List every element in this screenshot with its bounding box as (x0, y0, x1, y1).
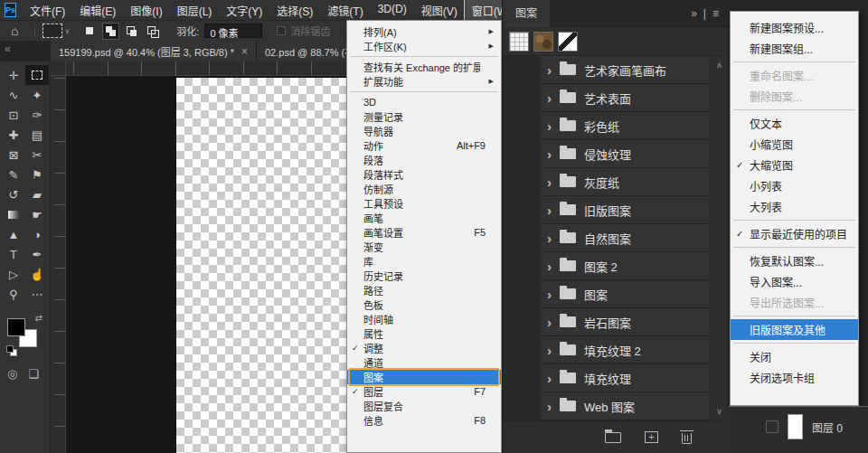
magic-wand-tool[interactable]: ✦ (25, 85, 49, 105)
window-menu-item[interactable]: ✓ 画笔设置 F5 ▶ (347, 225, 501, 240)
scroll-down-icon[interactable]: ∨ (716, 407, 722, 416)
pattern-group-row[interactable]: › 填充纹理 2 (541, 336, 710, 364)
window-menu-item[interactable]: ✓ 工具预设 ▶ (347, 196, 501, 211)
collapse-panel-icon[interactable]: » (691, 7, 697, 20)
grid-pattern-swatch[interactable] (509, 32, 529, 52)
swap-colors-icon[interactable]: ⇄ (35, 313, 42, 323)
menubar-item[interactable]: 滤镜(T) (320, 0, 370, 21)
brush-tool[interactable]: ✎ (2, 165, 25, 184)
subtract-selection-mode[interactable] (124, 24, 139, 39)
eraser-tool[interactable]: ▰ (25, 184, 49, 204)
chevron-right-icon[interactable]: › (547, 260, 552, 273)
window-menu-item[interactable]: ✓ 通道 ▶ (347, 355, 501, 370)
layer-row[interactable]: 图层 0 (728, 407, 868, 439)
content-aware-move-tool[interactable]: ✂ (25, 145, 49, 165)
collapse-panels-icon[interactable]: « (0, 41, 51, 61)
menubar-item[interactable]: 编辑(E) (72, 0, 123, 21)
menubar-item[interactable]: 选择(S) (269, 0, 320, 21)
window-menu-item[interactable]: ✓ 时间轴 ▶ (347, 312, 501, 326)
texture-pattern-swatch[interactable] (533, 32, 553, 52)
chevron-right-icon[interactable]: › (547, 203, 552, 217)
chevron-right-icon[interactable]: › (547, 372, 552, 385)
pattern-group-row[interactable]: › 图案 (541, 280, 710, 308)
chevron-right-icon[interactable]: › (547, 288, 552, 301)
chevron-right-icon[interactable]: › (547, 63, 552, 77)
window-menu-item[interactable]: ✓ 仿制源 ▶ (347, 182, 501, 196)
new-pattern-icon[interactable]: + (645, 431, 658, 443)
window-menu-item[interactable]: ✓ 排列(A) ▶ (347, 24, 501, 39)
tab-close-icon[interactable]: × (241, 45, 248, 58)
marquee-tool-preset-icon[interactable] (42, 24, 62, 38)
window-menu-item[interactable]: ✓ 图案 ▶ (347, 370, 501, 384)
scroll-up-icon[interactable]: ∧ (716, 61, 722, 70)
frame-tool[interactable]: ⊠ (2, 145, 25, 165)
sharpen-tool[interactable]: ▲ (2, 224, 25, 244)
diagonal-pattern-swatch[interactable] (558, 32, 578, 52)
window-menu-item[interactable]: ✓ 图层 F7 ▶ (347, 384, 501, 399)
window-menu-item[interactable]: ✓ 信息 F8 ▶ (347, 413, 501, 428)
flyout-menu-item[interactable]: ✓ 小缩览图 (731, 134, 858, 155)
flyout-menu-item[interactable]: ✓ 新建图案组... (731, 38, 858, 59)
window-menu-item[interactable]: ✓ 段落样式 ▶ (347, 167, 501, 182)
lasso-tool[interactable]: ∿ (2, 85, 25, 105)
add-selection-mode[interactable] (103, 24, 118, 39)
chevron-right-icon[interactable]: › (547, 91, 552, 105)
delete-pattern-icon[interactable] (682, 433, 692, 444)
dodge-tool[interactable]: ◑ (25, 224, 49, 244)
pattern-group-row[interactable]: › 艺术表面 (541, 84, 710, 112)
window-menu-item[interactable]: ✓ 扩展功能 ▶ (347, 74, 501, 89)
transparent-canvas[interactable] (176, 78, 348, 453)
chevron-down-icon[interactable]: ∨ (64, 27, 70, 35)
window-menu-item[interactable]: ✓ 导航器 ▶ (347, 124, 501, 138)
eyedropper-tool[interactable]: ✑ (25, 105, 49, 125)
window-menu-item[interactable]: ✓ 查找有关 Exchange 的扩展功能... ▶ (347, 60, 501, 74)
antialias-checkbox[interactable] (277, 26, 286, 35)
flyout-menu-item[interactable]: ✓ 导出所选图案... (731, 292, 858, 313)
window-menu-item[interactable]: ✓ 库 ▶ (347, 254, 501, 269)
new-group-icon[interactable] (605, 432, 621, 443)
flyout-menu-item[interactable]: ✓ 重命名图案... (731, 65, 858, 86)
path-select-tool[interactable]: ▷ (2, 264, 25, 284)
flyout-menu-item[interactable]: ✓ 大缩览图 (731, 155, 858, 175)
pen-tool[interactable]: ✒ (25, 244, 49, 264)
quick-mask-icon[interactable]: ◎ (7, 367, 17, 381)
panel-menu-icon[interactable]: ≡ (712, 7, 719, 20)
chevron-right-icon[interactable]: › (547, 316, 552, 329)
menubar-item[interactable]: 文件(F) (23, 0, 72, 21)
patterns-panel-tab[interactable]: 图案 (503, 0, 550, 27)
chevron-right-icon[interactable]: › (547, 175, 552, 189)
chevron-right-icon[interactable]: › (547, 119, 552, 133)
menubar-item[interactable]: 图层(L) (170, 0, 220, 21)
pattern-group-row[interactable]: › 旧版图案 (541, 196, 710, 224)
pattern-group-row[interactable]: › 灰度纸 (541, 168, 710, 196)
healing-brush-tool[interactable]: ✚ (2, 125, 25, 145)
gradient-tool[interactable] (2, 204, 25, 224)
flyout-menu-item[interactable]: ✓ 新建图案预设... (731, 17, 858, 38)
pattern-group-row[interactable]: › Web 图案 (541, 392, 710, 420)
pattern-group-row[interactable]: › 侵蚀纹理 (541, 140, 710, 168)
flyout-menu-item[interactable]: ✓ 导入图案... (731, 271, 858, 292)
flyout-menu-item[interactable]: ✓ 恢复默认图案... (731, 250, 858, 271)
pattern-list-scrollbar[interactable]: ∧ ∨ (710, 56, 728, 420)
new-selection-mode[interactable] (82, 24, 98, 39)
chevron-right-icon[interactable]: › (547, 231, 552, 245)
window-menu-item[interactable]: ✓ 色板 ▶ (347, 297, 501, 312)
pattern-group-row[interactable]: › 图案 2 (541, 252, 710, 280)
pattern-group-row[interactable]: › 自然图案 (541, 224, 710, 252)
layer-visibility-box[interactable] (766, 420, 778, 433)
move-tool[interactable]: ✛ (2, 65, 25, 85)
window-menu-item[interactable]: ✓ 工作区(K) ▶ (347, 39, 501, 53)
crop-tool[interactable]: ⊡ (2, 105, 25, 125)
screen-mode-icon[interactable]: ❏ (28, 367, 39, 381)
window-menu-item[interactable]: ✓ 测量记录 ▶ (347, 109, 501, 124)
window-menu-item[interactable]: ✓ 3D ▶ (347, 95, 501, 109)
pattern-group-row[interactable]: › 彩色纸 (541, 112, 710, 140)
menubar-item[interactable]: 文字(Y) (219, 0, 269, 21)
menubar-item[interactable]: 图像(I) (123, 0, 169, 21)
flyout-menu-item[interactable]: ✓ 大列表 (731, 196, 858, 217)
flyout-menu-item[interactable]: ✓ 显示最近使用的项目 (731, 223, 858, 244)
document-tab[interactable]: 159199.psd @ 40.4% (图层 3, RGB/8) * × (51, 41, 257, 61)
layer-thumbnail[interactable] (788, 414, 803, 439)
foreground-color-swatch[interactable] (7, 318, 25, 336)
type-tool[interactable]: T (2, 244, 25, 264)
